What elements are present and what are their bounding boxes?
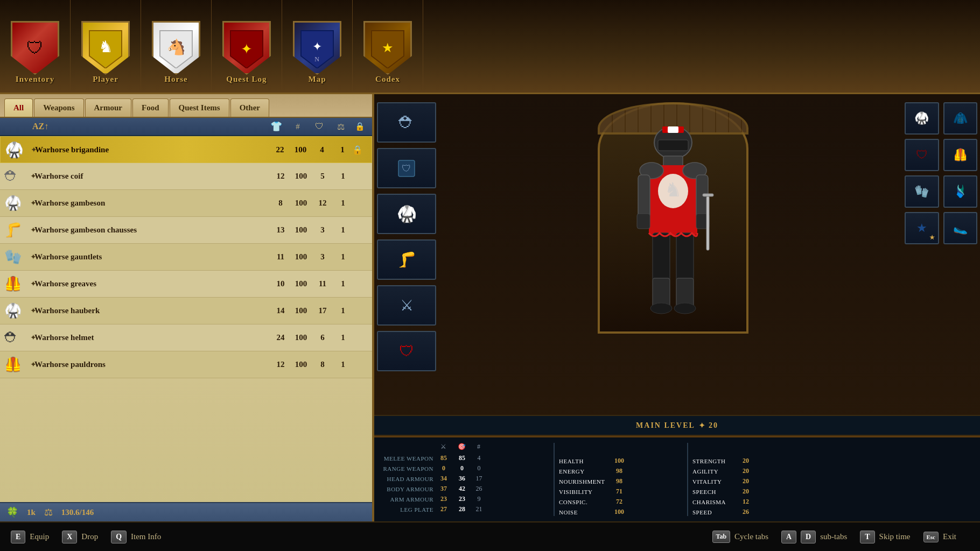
quest-shield: ✦ xyxy=(222,21,271,75)
conspic-stat: CONSPIC. 72 xyxy=(559,498,683,506)
item-row[interactable]: 🦺 ✦ Warhorse pauldrons 12 100 8 1 xyxy=(0,351,372,378)
right-slot-6[interactable]: 🩱 xyxy=(943,175,978,208)
item-icon: ⛑ xyxy=(4,329,30,346)
item-slots: 11 xyxy=(312,279,333,288)
melee-v1: 85 xyxy=(436,454,452,462)
svg-text:★: ★ xyxy=(382,41,394,55)
melee-v2: 85 xyxy=(454,454,470,462)
cat-tab-all[interactable]: All xyxy=(4,98,33,117)
item-row[interactable]: 🥋 ✦ Warhorse hauberk 14 100 17 1 xyxy=(0,298,372,324)
character-display: ♞ xyxy=(444,94,902,415)
item-qty: 1 xyxy=(333,172,353,181)
item-equip-icon: ✦ xyxy=(30,172,34,181)
speed-val: 26 xyxy=(738,508,754,516)
item-icon: 🧤 xyxy=(4,249,30,265)
item-slots: 3 xyxy=(312,225,333,235)
stats-divider-1 xyxy=(554,443,555,516)
tab-player[interactable]: ♞ Player xyxy=(71,0,141,93)
right-slot-3[interactable]: 🛡 xyxy=(905,139,939,171)
tab-codex[interactable]: ★ Codex xyxy=(353,0,423,93)
noise-label: NOISE xyxy=(559,509,607,515)
arm-v2: 23 xyxy=(454,495,470,503)
svg-text:♞: ♞ xyxy=(664,179,682,201)
item-qty: 1 xyxy=(333,252,353,262)
head-armour-stat: HEAD ARMOUR 34 36 17 xyxy=(382,475,549,483)
tab-inventory-label: Inventory xyxy=(16,75,54,84)
equip-label: Equip xyxy=(30,532,49,541)
cat-tab-weapons[interactable]: Weapons xyxy=(34,98,83,117)
right-slot-5-icon: 🧤 xyxy=(914,185,929,199)
cat-tab-quest[interactable]: Quest Items xyxy=(170,98,229,117)
tab-map[interactable]: ✦ N Map xyxy=(282,0,353,93)
right-slot-8[interactable]: 🥿 xyxy=(943,212,978,244)
tab-horse[interactable]: 🐴 Horse xyxy=(141,0,212,93)
qty-col-header: 🔒 xyxy=(352,122,368,131)
head-armour-label: HEAD ARMOUR xyxy=(382,476,433,482)
item-weight: 14 xyxy=(271,306,290,315)
speech-stat: SPEECH 20 xyxy=(692,488,800,496)
inventory-shield: 🛡 xyxy=(11,21,59,75)
hotkey-skip-time: T Skip time xyxy=(860,531,910,543)
weapon-slot[interactable]: ⚔ xyxy=(377,285,436,326)
item-row[interactable]: 🦺 ✦ Warhorse greaves 10 100 11 1 xyxy=(0,271,372,298)
range-v3: 0 xyxy=(472,464,486,472)
item-condition: 100 xyxy=(290,279,312,288)
secondary-stats: HEALTH 100 ENERGY 98 NOURISHMENT 98 VISI… xyxy=(559,443,683,516)
head-slot[interactable]: ⛑ xyxy=(377,102,436,143)
spacer xyxy=(559,443,683,455)
melee-weapon-label: MELEE WEAPON xyxy=(382,455,433,462)
svg-text:♞: ♞ xyxy=(99,38,113,55)
cat-tab-food[interactable]: Food xyxy=(132,98,169,117)
tab-player-label: Player xyxy=(93,75,118,84)
conspic-val: 72 xyxy=(610,498,629,506)
conspic-label: CONSPIC. xyxy=(559,499,607,505)
melee-v3: 4 xyxy=(472,454,486,462)
item-slots: 5 xyxy=(312,172,333,181)
speech-val: 20 xyxy=(738,488,754,496)
stats-panel: ⚔ 🎯 # MELEE WEAPON 85 85 4 RANGE WEAPON … xyxy=(374,436,980,521)
right-slot-6-icon: 🩱 xyxy=(953,185,968,199)
item-slots: 8 xyxy=(312,360,333,369)
leaf-icon: 🍀 xyxy=(6,506,18,518)
tab-inventory[interactable]: 🛡 Inventory xyxy=(0,0,71,93)
subtab-d-key: D xyxy=(801,531,816,543)
item-slots: 12 xyxy=(312,199,333,208)
cat-tab-armour[interactable]: Armour xyxy=(85,98,132,117)
svg-rect-27 xyxy=(706,196,709,250)
body-slot[interactable]: 🥋 xyxy=(377,194,436,234)
right-slot-2[interactable]: 🧥 xyxy=(943,102,978,135)
equip-key: E xyxy=(11,531,25,543)
hotkey-bar: E Equip X Drop Q Item Info Tab Cycle tab… xyxy=(0,521,980,551)
right-slot-1[interactable]: 🥋 xyxy=(905,102,939,135)
cat-tab-other[interactable]: Other xyxy=(230,98,269,117)
item-slots: 4 xyxy=(311,145,333,154)
item-row[interactable]: 🥋 ✦ Warhorse gambeson 8 100 12 1 xyxy=(0,190,372,217)
right-slot-4[interactable]: 🦺 xyxy=(943,139,978,171)
hotkey-subtabs: A D sub-tabs xyxy=(781,531,847,543)
item-name: Warhorse gambeson xyxy=(34,199,271,208)
item-row[interactable]: 🥋 ✦ Warhorse brigandine 22 100 4 1 🔒 xyxy=(0,136,372,163)
sort-col-header[interactable]: AZ↑ xyxy=(32,122,265,131)
svg-point-34 xyxy=(674,303,696,314)
right-slot-5[interactable]: 🧤 xyxy=(905,175,939,208)
right-slot-8-icon: 🥿 xyxy=(953,221,968,235)
item-row[interactable]: 🦵 ✦ Warhorse gambeson chausses 13 100 3 … xyxy=(0,217,372,244)
character-arch-container: ♞ xyxy=(595,102,751,334)
right-slot-4-icon: 🦺 xyxy=(953,148,968,162)
item-row[interactable]: ⛑ ✦ Warhorse coif 12 100 5 1 xyxy=(0,163,372,190)
hotkey-drop: X Drop xyxy=(62,531,98,543)
inventory-panel: All Weapons Armour Food Quest Items Othe… xyxy=(0,94,374,521)
right-equipment-slots: 🥋 🧥 🛡 🦺 🧤 xyxy=(902,94,980,415)
neck-slot[interactable]: 🛡 xyxy=(377,148,436,188)
item-equip-icon: ✦ xyxy=(30,360,34,369)
right-slot-7[interactable]: ★ ★ xyxy=(905,212,939,244)
svg-text:🐴: 🐴 xyxy=(167,38,186,56)
item-equip-icon: ✦ xyxy=(30,279,34,288)
item-row[interactable]: ⛑ ✦ Warhorse helmet 24 100 6 1 xyxy=(0,324,372,351)
drop-key: X xyxy=(62,531,77,543)
cycle-tabs-key: Tab xyxy=(712,531,731,543)
item-row[interactable]: 🧤 ✦ Warhorse gauntlets 11 100 3 1 xyxy=(0,244,372,271)
shield-equip-slot[interactable]: 🛡 xyxy=(377,331,436,371)
legs-slot[interactable]: 🦵 xyxy=(377,239,436,280)
tab-quest-log[interactable]: ✦ Quest Log xyxy=(212,0,282,93)
